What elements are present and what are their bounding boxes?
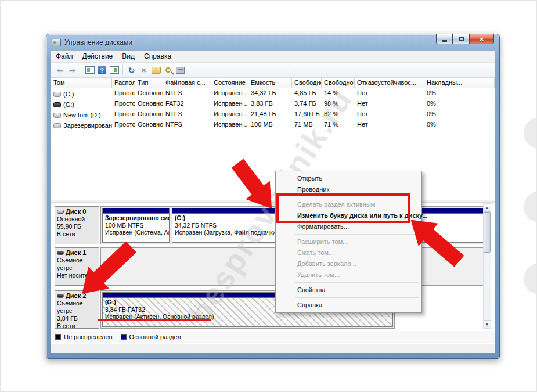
col-volume: Том (51, 78, 112, 88)
menu-item-format[interactable]: Форматировать... (276, 221, 421, 232)
col-status: Состояние (211, 78, 248, 88)
disk-1-label[interactable]: Диск 1 Съемное устрс Нет носителя (55, 247, 99, 286)
primary-partition-swatch (121, 334, 127, 340)
folder-up-icon[interactable] (150, 64, 162, 76)
menu-view[interactable]: Вид (117, 51, 139, 62)
app-icon (52, 39, 61, 46)
minimize-button[interactable] (436, 34, 453, 44)
menu-item-help[interactable]: Справка (276, 300, 421, 311)
volume-icon (53, 113, 61, 118)
menu-item-properties[interactable]: Свойства (276, 285, 421, 296)
menu-item-open[interactable]: Открыть (276, 173, 421, 184)
legend-unallocated: Не распределен (55, 333, 113, 340)
removable-disk-icon (57, 251, 64, 255)
menu-bar: Файл Действие Вид Справка (51, 51, 495, 63)
col-overhead: Накладны... (424, 78, 485, 88)
disk-icon (57, 210, 64, 214)
removable-disk-icon (57, 294, 64, 298)
table-row[interactable]: Зарезервировано... Простой Основной NTFS… (51, 120, 495, 130)
menu-separator (295, 234, 419, 235)
decorative-circle (524, 263, 537, 294)
toolbar: ⬅ ➡ ? ↻ × (51, 63, 495, 78)
col-layout: Располож... (112, 78, 135, 88)
cancel-icon[interactable]: × (138, 64, 150, 76)
search-icon[interactable] (162, 64, 174, 76)
legend: Не распределен Основной раздел (51, 331, 495, 343)
toolbar-separator (81, 65, 81, 75)
menu-separator (295, 197, 419, 197)
volume-icon (53, 92, 61, 97)
table-row[interactable]: (C:) Простой Основной NTFS Исправен ... … (51, 88, 495, 99)
vertical-scrollbar[interactable]: ▲ ▼ (483, 203, 491, 329)
graphical-view-pane: Диск 0 Основной 55,90 ГБ В сети Зарезерв… (51, 203, 495, 344)
table-row[interactable]: New tom (D:) Простой Основной NTFS Испра… (51, 109, 495, 120)
window-title: Управление дисками (64, 38, 132, 46)
scrollbar-thumb[interactable] (484, 212, 491, 253)
primary-partition-bar (103, 208, 169, 214)
actions-pane-icon[interactable] (108, 64, 120, 76)
menu-separator (295, 297, 419, 298)
legend-primary-partition: Основной раздел (121, 333, 181, 340)
disk-2-label[interactable]: Диск 2 Съемное устрс 3,84 ГБ В сети (55, 290, 99, 329)
volume-icon (53, 102, 61, 107)
toolbar-separator (122, 65, 123, 75)
maximize-button[interactable] (453, 34, 469, 44)
forward-icon[interactable]: ➡ (66, 64, 78, 76)
help-icon[interactable]: ? (96, 64, 108, 76)
menu-item-change-drive-letter[interactable]: Изменить букву диска или путь к диску... (276, 210, 421, 221)
partition-system-reserved[interactable]: Зарезервировано систе 100 МБ NTFS Исправ… (102, 208, 170, 243)
table-row[interactable]: (G:) Простой Основной FAT32 Исправен ...… (51, 99, 495, 109)
disk-0-label[interactable]: Диск 0 Основной 55,90 ГБ В сети (55, 206, 99, 244)
col-filesystem: Файловая с... (163, 78, 211, 88)
volume-context-menu: Открыть Проводник Сделать раздел активны… (275, 171, 422, 313)
menu-item-delete-volume: Удалить том... (276, 269, 421, 280)
scroll-up-icon[interactable]: ▲ (484, 204, 491, 212)
col-fault-tolerance: Отказоустойчивос... (355, 78, 424, 88)
close-icon: × (480, 35, 484, 43)
col-free: Свободно (292, 78, 322, 88)
decorative-circle (524, 117, 537, 149)
title-bar[interactable]: Управление дисками × (46, 34, 499, 51)
devices-icon[interactable] (174, 64, 186, 76)
maximize-icon (459, 37, 464, 41)
refresh-icon[interactable]: ↻ (125, 64, 138, 76)
menu-action[interactable]: Действие (78, 51, 118, 62)
decorative-circle (524, 191, 537, 222)
menu-file[interactable]: Файл (51, 51, 78, 62)
unallocated-swatch (55, 334, 61, 340)
menu-item-add-mirror: Добавить зеркало... (276, 258, 421, 269)
back-icon[interactable]: ⬅ (54, 64, 66, 76)
scroll-down-icon[interactable]: ▼ (484, 320, 491, 328)
col-free-pct: Свободно % (322, 78, 355, 88)
menu-item-mark-partition-active: Сделать раздел активным (276, 199, 421, 210)
page: Управление дисками × Файл Действие Вид С… (0, 0, 537, 392)
menu-separator (295, 282, 419, 283)
menu-item-extend-volume: Расширить том... (276, 236, 421, 247)
console-window-icon[interactable] (84, 64, 96, 76)
disk-management-window: Управление дисками × Файл Действие Вид С… (46, 34, 500, 359)
window-client-area: Файл Действие Вид Справка ⬅ ➡ ? ↻ × (51, 51, 495, 353)
status-bar (51, 344, 495, 353)
volume-list-pane: Том Располож... Тип Файловая с... Состоя… (51, 78, 495, 200)
menu-help[interactable]: Справка (139, 51, 176, 62)
volume-icon (53, 123, 61, 128)
menu-item-explorer[interactable]: Проводник (276, 184, 421, 195)
volume-table-header[interactable]: Том Располож... Тип Файловая с... Состоя… (51, 78, 495, 88)
minimize-icon (442, 40, 447, 42)
close-button[interactable]: × (469, 34, 494, 44)
menu-item-shrink-volume: Сжать том... (276, 247, 421, 258)
col-capacity: Емкость (248, 78, 292, 88)
col-type: Тип (135, 78, 163, 88)
